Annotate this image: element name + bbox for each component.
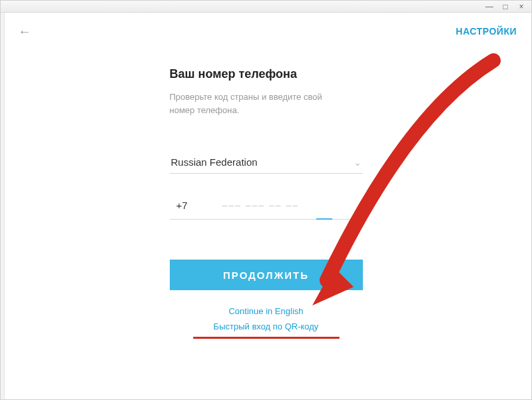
continue-button[interactable]: ПРОДОЛЖИТЬ	[170, 260, 363, 290]
dial-code: +7	[176, 200, 212, 211]
country-select[interactable]: Russian Federation ⌄	[170, 152, 363, 174]
page-title: Ваш номер телефона	[170, 67, 363, 81]
phone-input-row[interactable]: +7 ––– ––– –– ––	[170, 191, 363, 220]
back-arrow-icon[interactable]: ←	[18, 25, 31, 38]
country-value: Russian Federation	[171, 156, 258, 168]
titlebar: — □ ×	[1, 1, 531, 13]
continue-english-link[interactable]: Continue in English	[170, 306, 363, 316]
annotation-underline	[193, 337, 340, 339]
phone-placeholder: ––– ––– –– ––	[222, 200, 300, 210]
input-caret	[316, 218, 332, 220]
login-form: Ваш номер телефона Проверьте код страны …	[170, 67, 363, 339]
page-subtitle: Проверьте код страны и введите свой номе…	[170, 91, 343, 116]
header: ← НАСТРОЙКИ	[1, 13, 531, 45]
chevron-down-icon: ⌄	[354, 157, 362, 168]
settings-link[interactable]: НАСТРОЙКИ	[456, 26, 517, 37]
secondary-links: Continue in English Быстрый вход по QR-к…	[170, 306, 363, 339]
app-window: — □ × ← НАСТРОЙКИ Ваш номер телефона Про…	[0, 0, 532, 400]
maximize-icon[interactable]: □	[501, 2, 510, 11]
divider	[212, 198, 213, 212]
close-icon[interactable]: ×	[517, 2, 526, 11]
qr-login-link[interactable]: Быстрый вход по QR-коду	[170, 321, 363, 331]
window-left-edge	[1, 13, 5, 399]
minimize-icon[interactable]: —	[485, 2, 494, 11]
